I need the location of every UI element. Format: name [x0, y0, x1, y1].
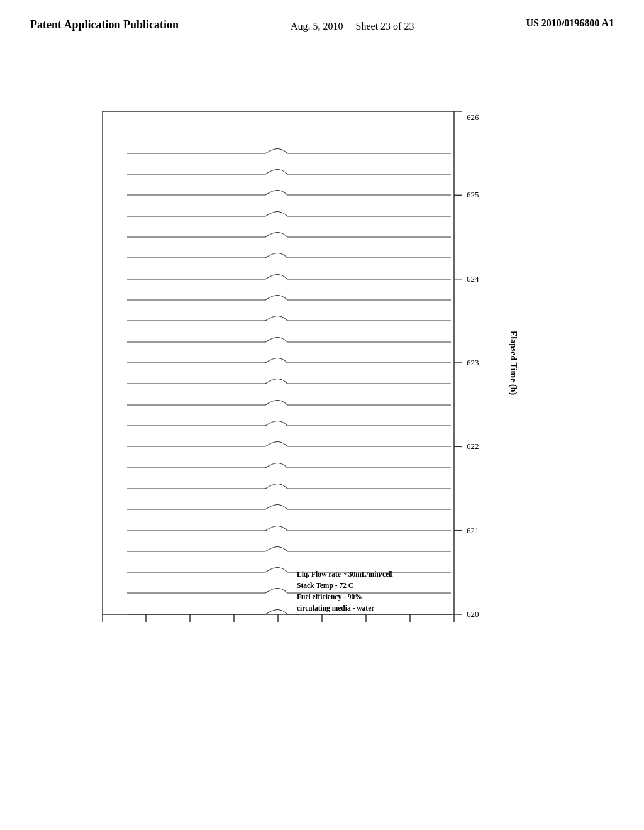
header-center: Aug. 5, 2010 Sheet 23 of 23 [291, 18, 414, 36]
svg-text:624: 624 [467, 274, 479, 284]
svg-text:FIG. 26: FIG. 26 [527, 419, 530, 456]
svg-text:Elapsed Time (h): Elapsed Time (h) [508, 331, 518, 396]
chart-area: 0.8 0.7 0.6 0.5 0.4 0.3 0.2 0.1 0 Averag… [102, 111, 530, 627]
svg-text:623: 623 [467, 358, 479, 367]
svg-text:622: 622 [467, 441, 479, 451]
publication-title: Patent Application Publication [30, 18, 179, 32]
svg-text:Fuel efficiency - 90%: Fuel efficiency - 90% [297, 593, 362, 601]
pub-date: Aug. 5, 2010 [291, 21, 343, 31]
svg-text:621: 621 [467, 526, 479, 535]
svg-text:620: 620 [467, 609, 479, 619]
svg-text:circulating media - water: circulating media - water [297, 604, 374, 612]
figure-container: 0.8 0.7 0.6 0.5 0.4 0.3 0.2 0.1 0 Averag… [52, 74, 592, 765]
sheet-info: Sheet 23 of 23 [356, 21, 414, 31]
page-header: Patent Application Publication Aug. 5, 2… [0, 0, 644, 36]
svg-text:626: 626 [467, 113, 479, 122]
svg-text:625: 625 [467, 190, 479, 199]
svg-text:Stack Temp - 72 C: Stack Temp - 72 C [297, 582, 353, 590]
chart-svg: 0.8 0.7 0.6 0.5 0.4 0.3 0.2 0.1 0 Averag… [102, 111, 530, 627]
svg-text:Liq. Flow rate ~ 30mL/min/cell: Liq. Flow rate ~ 30mL/min/cell [297, 570, 393, 578]
patent-number: US 2010/0196800 A1 [526, 18, 614, 29]
